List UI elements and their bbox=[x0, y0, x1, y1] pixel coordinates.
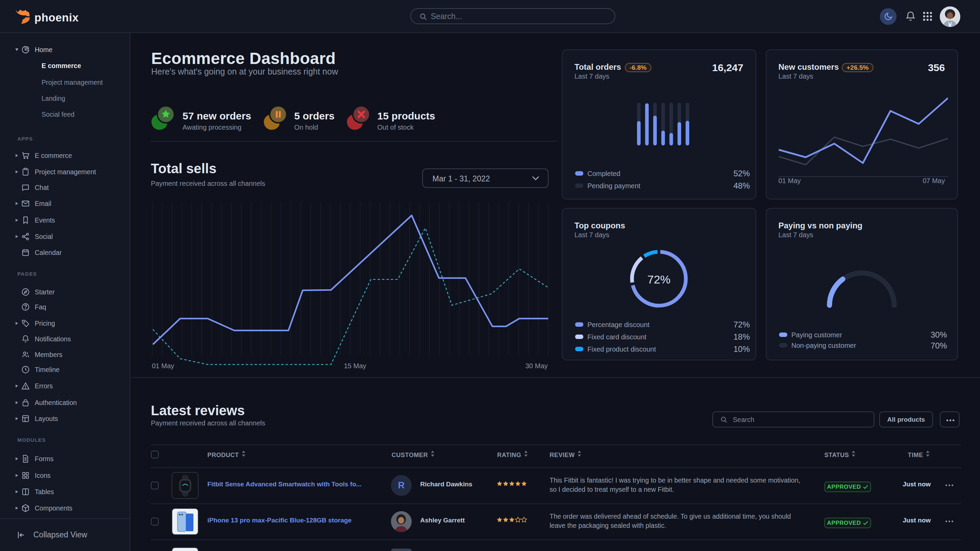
svg-text:72%: 72% bbox=[648, 273, 670, 286]
